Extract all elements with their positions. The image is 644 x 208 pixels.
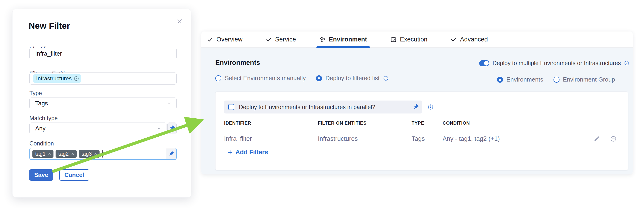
row-type: Tags xyxy=(412,135,425,142)
type-select[interactable]: Tags xyxy=(30,98,177,109)
tag-remove-icon[interactable] xyxy=(94,152,98,156)
tab-label: Advanced xyxy=(460,36,488,43)
pin-icon xyxy=(413,104,419,110)
match-type-label: Match type xyxy=(30,115,58,122)
environments-heading: Environments xyxy=(215,59,260,66)
chevron-down-icon xyxy=(167,100,172,106)
row-condition: Any - tag1, tag2 (+1) xyxy=(442,135,500,142)
toggle-switch[interactable] xyxy=(479,60,489,66)
close-icon[interactable] xyxy=(176,17,184,25)
divider xyxy=(409,102,409,112)
row-identifier: Infra_filter xyxy=(224,135,252,142)
type-value: Tags xyxy=(30,100,176,107)
filter-on-entities-input[interactable]: Infrastructures xyxy=(30,72,177,84)
condition-input[interactable]: tag1 tag2 tag3 xyxy=(30,148,177,160)
stage-tabbar: Overview Service Environment Execution xyxy=(202,32,633,48)
multi-environment-toggle-row: Deploy to multiple Environments or Infra… xyxy=(479,60,630,66)
tag-chip-label: tag3 xyxy=(82,151,92,157)
radio-label: Select Environments manually xyxy=(225,74,306,82)
tab-label: Execution xyxy=(400,36,428,43)
environment-target-radios: Environments Environment Group xyxy=(497,76,615,83)
tab-overview[interactable]: Overview xyxy=(207,32,242,48)
chevron-down-icon xyxy=(156,126,162,131)
radio-icon xyxy=(215,75,221,81)
screen: New Filter Identifier Infra_filter Filte… xyxy=(0,0,644,208)
radio-icon xyxy=(554,77,560,83)
save-button[interactable]: Save xyxy=(29,169,53,181)
info-icon[interactable] xyxy=(624,60,630,66)
check-icon xyxy=(207,36,213,42)
tab-environment[interactable]: Environment xyxy=(319,32,367,48)
check-icon xyxy=(450,36,457,42)
environment-tab-content: Environments Select Environments manuall… xyxy=(202,48,633,174)
check-icon xyxy=(266,36,272,42)
tab-service[interactable]: Service xyxy=(266,32,296,48)
radio-environment-group[interactable]: Environment Group xyxy=(554,76,615,83)
modal-title: New Filter xyxy=(29,21,70,31)
match-type-pin-button[interactable] xyxy=(167,122,177,134)
add-filters-label: Add Filters xyxy=(236,149,268,156)
entities-chip: Infrastructures xyxy=(33,74,81,83)
pin-icon xyxy=(169,125,175,131)
col-header-filter-on-entities: FILTER ON ENTITIES xyxy=(318,120,366,126)
tab-advanced[interactable]: Advanced xyxy=(450,32,488,48)
radio-label: Environment Group xyxy=(563,76,615,83)
chip-remove-icon[interactable] xyxy=(74,76,79,81)
match-type-value: Any xyxy=(30,125,166,132)
info-icon[interactable] xyxy=(383,76,389,81)
cancel-button[interactable]: Cancel xyxy=(59,169,89,181)
tag-remove-icon[interactable] xyxy=(48,152,52,156)
radio-deploy-filtered-list[interactable]: Deploy to filtered list xyxy=(316,74,389,82)
condition-tags: tag1 tag2 tag3 xyxy=(30,148,166,159)
parallel-checkbox-label: Deploy to Environments or Infrastructure… xyxy=(239,104,375,110)
col-header-type: TYPE xyxy=(412,120,424,126)
tag-chip: tag3 xyxy=(79,150,100,158)
toggle-knob xyxy=(484,61,489,66)
tag-chip-label: tag1 xyxy=(35,151,46,157)
add-filters-button[interactable]: Add Filters xyxy=(227,149,268,156)
pin-icon xyxy=(168,151,174,157)
pipeline-stage-panel: Overview Service Environment Execution xyxy=(202,32,633,174)
match-type-select[interactable]: Any xyxy=(30,122,166,134)
edit-icon[interactable] xyxy=(594,136,600,142)
row-filter-on-entities: Infrastructures xyxy=(318,135,358,142)
info-icon[interactable] xyxy=(428,104,434,110)
col-header-condition: CONDITION xyxy=(442,120,470,126)
parallel-checkbox-bar: Deploy to Environments or Infrastructure… xyxy=(224,100,422,114)
tab-label: Service xyxy=(275,36,296,43)
radio-label: Deploy to filtered list xyxy=(326,74,380,82)
tag-remove-icon[interactable] xyxy=(71,152,74,156)
radio-environments[interactable]: Environments xyxy=(497,76,543,83)
text-cursor xyxy=(102,150,102,158)
tag-chip: tag1 xyxy=(32,150,54,158)
tab-label: Overview xyxy=(216,36,242,43)
identifier-value: Infra_filter xyxy=(35,50,62,57)
environment-icon xyxy=(319,36,326,43)
radio-icon xyxy=(316,75,322,81)
col-header-identifier: IDENTIFIER xyxy=(224,120,251,126)
entities-chip-label: Infrastructures xyxy=(36,75,72,82)
tag-chip: tag2 xyxy=(56,150,76,158)
radio-icon xyxy=(497,77,503,83)
plus-icon xyxy=(227,150,233,155)
type-label: Type xyxy=(30,90,42,96)
remove-row-icon[interactable] xyxy=(610,136,616,142)
parallel-pin-button[interactable] xyxy=(413,104,419,110)
execution-icon xyxy=(390,36,397,43)
parallel-checkbox[interactable] xyxy=(228,104,234,110)
radio-select-manually[interactable]: Select Environments manually xyxy=(215,74,306,82)
radio-label: Environments xyxy=(506,76,543,83)
tab-execution[interactable]: Execution xyxy=(390,32,428,48)
toggle-label: Deploy to multiple Environments or Infra… xyxy=(492,60,621,66)
tag-chip-label: tag2 xyxy=(58,151,69,157)
filters-card: Deploy to Environments or Infrastructure… xyxy=(215,92,628,170)
condition-label: Condition xyxy=(30,140,54,147)
identifier-input[interactable]: Infra_filter xyxy=(30,48,177,59)
new-filter-modal: New Filter Identifier Infra_filter Filte… xyxy=(12,9,192,198)
tab-label: Environment xyxy=(329,36,367,43)
condition-pin-button[interactable] xyxy=(166,148,176,159)
environment-mode-radios: Select Environments manually Deploy to f… xyxy=(215,74,389,82)
